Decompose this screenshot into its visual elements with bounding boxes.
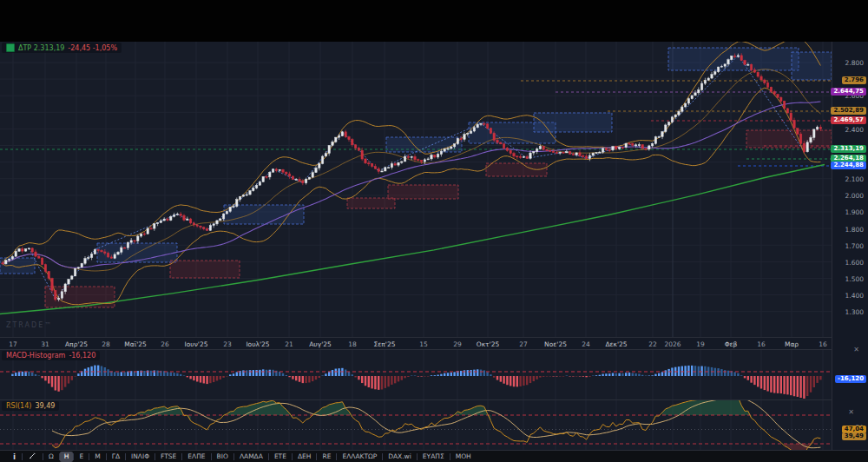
price-badge: 2.644,75 (831, 88, 866, 96)
info-icon[interactable]: i (7, 452, 22, 461)
time-tick: 15 (419, 340, 428, 348)
toolbar-tab-Ω[interactable]: Ω (43, 452, 59, 462)
price-label: 1.700 (845, 242, 864, 250)
toolbar-tab-Η[interactable]: Η (60, 452, 74, 462)
time-tick: Αυγ'25 (309, 340, 332, 348)
toolbar-tab-DAX.wi[interactable]: DAX.wi (383, 452, 417, 462)
price-badge: 2.796 (842, 76, 866, 84)
toolbar-tab-RE[interactable]: RE (317, 452, 336, 462)
rsi-legend: RSI(14) 39,49 (2, 401, 59, 411)
time-tick: Νοε'25 (544, 340, 567, 348)
macd-value: -16,120 (69, 352, 95, 360)
price-badge: 2.313,19 (831, 145, 866, 153)
price-label: 1.400 (845, 292, 864, 300)
rsi-title: RSI(14) (6, 402, 31, 410)
time-tick: 21 (285, 340, 293, 348)
trading-chart-app: ΔTP 2.313,19 -24,45 -1,05% ZTRADE™ 1731Α… (0, 0, 868, 462)
symbol-icon (6, 43, 15, 52)
price-label: 1.500 (845, 275, 864, 283)
platform-watermark: ZTRADE™ (6, 321, 53, 329)
time-tick: Οκτ'25 (477, 340, 499, 348)
toolbar-tab-ΒΙΟ[interactable]: ΒΙΟ (212, 452, 233, 462)
time-tick: Μαϊ'25 (124, 340, 147, 348)
time-tick: 24 (582, 340, 590, 348)
time-axis[interactable]: 1731Απρ'2528Μαϊ'2526Ιουν'2523Ιουλ'2521Αυ… (0, 337, 868, 350)
rsi-value-badge: 39,49 (842, 432, 866, 440)
time-tick: Ιουλ'25 (246, 340, 269, 348)
time-tick: 26 (161, 340, 169, 348)
time-tick: 28 (102, 340, 110, 348)
time-tick: Ιουν'25 (185, 340, 208, 348)
price-label: 1.300 (845, 308, 864, 316)
price-badge: 2.502,89 (831, 107, 866, 115)
time-tick: 17 (9, 340, 17, 348)
time-tick: 29 (453, 340, 462, 348)
bottom-toolbar: i ΩΗΕΜΓΔΙΝΛΙΦFTSEΕΛΠΕΒΙΟΛΑΜΔΑΕΤΕΔΕΗREΕΛΛ… (0, 450, 868, 462)
price-label: 2.100 (845, 175, 864, 183)
macd-legend: MACD-Histogram -16,120 (2, 351, 100, 360)
time-tick: 23 (223, 340, 232, 348)
time-tick: 31 (41, 340, 49, 348)
time-tick: Δεκ'25 (605, 340, 627, 348)
macd-value-badge: -16,120 (835, 375, 866, 383)
price-axis[interactable]: ✕ ✕ 2.8002.6002.4002.1002.0001.9001.8001… (832, 42, 868, 450)
macd-close-icon[interactable]: ✕ (853, 346, 859, 353)
toolbar-tab-ΓΔ[interactable]: ΓΔ (107, 452, 125, 462)
price-label: 1.900 (845, 208, 864, 216)
rsi-pane[interactable]: RSI(14) 39,49 (0, 399, 832, 450)
symbol-and-last: ΔTP 2.313,19 (18, 44, 64, 52)
price-badge: 2.244,88 (831, 162, 866, 169)
symbol-legend: ΔTP 2.313,19 -24,45 -1,05% (2, 43, 122, 53)
macd-histogram-chart[interactable] (0, 350, 832, 399)
time-tick: Μαρ (785, 340, 799, 348)
toolbar-tab-FTSE[interactable]: FTSE (155, 452, 181, 462)
toolbar-tab-ΛΑΜΔΑ[interactable]: ΛΑΜΔΑ (234, 452, 268, 462)
price-label: 2.800 (845, 59, 864, 67)
price-label: 1.600 (845, 259, 864, 267)
time-tick: 16 (819, 340, 827, 348)
time-tick: 27 (519, 340, 528, 348)
toolbar-tabs: ΩΗΕΜΓΔΙΝΛΙΦFTSEΕΛΠΕΒΙΟΛΑΜΔΑΕΤΕΔΕΗREΕΛΛΑΚ… (43, 452, 477, 462)
change-value: -24,45 -1,05% (68, 44, 117, 52)
macd-pane[interactable]: MACD-Histogram -16,120 (0, 350, 832, 399)
toolbar-tab-Ε[interactable]: Ε (74, 452, 89, 462)
time-tick: Φεβ (725, 340, 738, 348)
toolbar-tab-ΙΝΛΙΦ[interactable]: ΙΝΛΙΦ (126, 452, 155, 462)
price-label: 1.800 (845, 226, 864, 234)
time-tick: 16 (757, 340, 766, 348)
time-tick: Σεπ'25 (374, 340, 396, 348)
time-tick: 22 (648, 340, 657, 348)
rsi-close-icon[interactable]: ✕ (848, 408, 854, 416)
candlestick-chart[interactable] (0, 42, 832, 337)
macd-title: MACD-Histogram (6, 352, 65, 360)
time-tick: 19 (696, 340, 705, 348)
price-label: 2.400 (845, 126, 864, 134)
toolbar-tab-Μ[interactable]: Μ (89, 452, 105, 462)
toolbar-tab-ΕΤΕ[interactable]: ΕΤΕ (269, 452, 292, 462)
pencil-icon[interactable] (23, 452, 43, 461)
rsi-chart[interactable] (0, 400, 832, 451)
price-label: 2.000 (845, 192, 864, 200)
time-tick: Απρ'25 (65, 340, 88, 348)
top-band (0, 0, 868, 42)
time-tick: 2026 (664, 340, 681, 348)
rsi-value: 39,49 (35, 402, 55, 410)
toolbar-tab-ΔΕΗ[interactable]: ΔΕΗ (293, 452, 317, 462)
toolbar-tab-ΕΛΛΑΚΤΩΡ[interactable]: ΕΛΛΑΚΤΩΡ (337, 452, 382, 462)
main-chart-pane[interactable]: ΔTP 2.313,19 -24,45 -1,05% ZTRADE™ (0, 42, 832, 337)
toolbar-tab-ΕΛΠΕ[interactable]: ΕΛΠΕ (182, 452, 210, 462)
price-badge: 2.469,57 (831, 116, 866, 124)
toolbar-tab-ΕΥΑΠΣ[interactable]: ΕΥΑΠΣ (418, 452, 450, 462)
time-tick: 18 (348, 340, 357, 348)
toolbar-tab-ΜΟΗ[interactable]: ΜΟΗ (450, 452, 477, 462)
